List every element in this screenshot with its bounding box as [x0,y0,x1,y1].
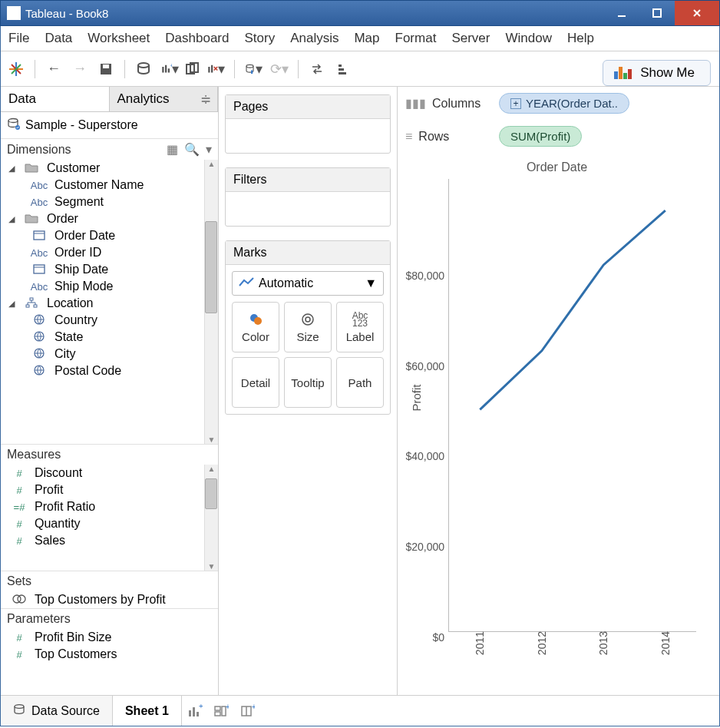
line-icon [239,276,254,290]
menu-dashboard[interactable]: Dashboard [165,31,229,46]
mark-label-button[interactable]: Abc123 Label [336,302,384,352]
rows-shelf[interactable]: ≡ Rows SUM(Profit) [398,120,719,153]
maximize-button[interactable] [639,1,675,25]
measure-field[interactable]: #Profit [1,481,218,498]
menu-help[interactable]: Help [567,31,594,46]
mark-detail-button[interactable]: Detail [232,357,279,408]
section-measures: Measures [1,444,218,465]
chart-plot[interactable]: $0$20,000$40,000$60,000$80,0002011201220… [448,179,696,632]
dimension-field[interactable]: City [1,346,218,362]
measure-field[interactable]: =#Profit Ratio [1,498,218,515]
new-story-tab-icon[interactable]: + [234,696,260,726]
dimension-folder[interactable]: ◢Order [1,210,218,227]
datasource-item[interactable]: Sample - Superstore [1,112,218,138]
view-as-icon[interactable]: ▦ [167,142,178,157]
svg-rect-11 [168,68,170,72]
new-worksheet-icon[interactable]: +▾ [160,60,179,78]
save-icon[interactable] [97,60,115,78]
measures-scrollbar[interactable]: ▲ ▼ [204,465,218,571]
columns-pill[interactable]: + YEAR(Order Dat.. [499,93,629,114]
measure-field[interactable]: #Discount [1,465,218,481]
measure-field[interactable]: #Quantity [1,515,218,532]
new-dashboard-tab-icon[interactable]: + [208,696,234,726]
svg-text:+: + [199,704,203,710]
columns-shelf[interactable]: ▮▮▮ Columns + YEAR(Order Dat.. [398,87,719,120]
dimension-field[interactable]: Ship Date [1,261,218,278]
pages-card[interactable]: Pages [225,94,391,154]
clear-sheet-icon[interactable]: ▾ [206,60,225,78]
duplicate-sheet-icon[interactable] [183,60,202,78]
mark-size-button[interactable]: Size [284,302,332,352]
swap-icon[interactable] [308,60,326,78]
measure-field[interactable]: #Sales [1,532,218,549]
caret-icon[interactable]: ◢ [8,299,16,309]
dimension-field[interactable]: AbcCustomer Name [1,177,218,194]
new-worksheet-tab-icon[interactable]: + [182,696,208,726]
dimension-field[interactable]: Country [1,312,218,329]
dimension-folder[interactable]: ◢Customer [1,160,218,177]
refresh-icon[interactable]: ⟳▾ [270,60,289,78]
folder-icon [21,162,42,175]
mark-color-button[interactable]: Color [232,302,279,352]
menu-analysis[interactable]: Analysis [290,31,339,46]
mark-path-button[interactable]: Path [336,357,384,408]
dimensions-scrollbar[interactable]: ▲ ▼ [204,160,218,444]
parameter-item[interactable]: # Top Customers [1,646,218,663]
menu-map[interactable]: Map [354,31,379,46]
caret-icon[interactable]: ◢ [8,214,16,224]
parameter-item[interactable]: # Profit Bin Size [1,629,218,646]
rows-pill[interactable]: SUM(Profit) [499,126,582,147]
back-icon[interactable]: ← [45,60,63,78]
mark-type-dropdown[interactable]: Automatic ▼ [232,271,384,296]
filters-card[interactable]: Filters [225,167,391,227]
menu-data[interactable]: Data [45,31,72,46]
minimize-button[interactable] [604,1,639,25]
menu-story[interactable]: Story [244,31,275,46]
dimension-field[interactable]: Order Date [1,227,218,244]
set-item[interactable]: Top Customers by Profit [1,591,218,608]
dimension-field[interactable]: State [1,329,218,346]
close-button[interactable] [675,1,719,25]
menu-server[interactable]: Server [451,31,490,46]
number-icon: # [8,468,30,479]
dimension-label: Country [54,313,97,327]
caret-icon[interactable]: ◢ [8,164,16,174]
connect-icon[interactable]: ▾ [244,60,263,78]
datasource-icon[interactable] [134,60,153,78]
menu-format[interactable]: Format [395,31,437,46]
dimensions-menu-icon[interactable]: ▾ [206,142,212,157]
set-label: Top Customers by Profit [35,593,166,607]
show-me-button[interactable]: Show Me [603,60,711,86]
search-icon[interactable]: 🔍 [184,142,200,157]
menu-worksheet[interactable]: Worksheet [88,31,150,46]
tab-data[interactable]: Data [1,87,110,111]
dimension-field[interactable]: AbcOrder ID [1,244,218,261]
mark-size-label: Size [296,330,319,343]
sheet-tabs: Data Source Sheet 1 + + + [1,695,719,726]
dimension-field[interactable]: AbcShip Mode [1,278,218,295]
forward-icon[interactable]: → [71,60,89,78]
svg-rect-47 [215,712,220,716]
tab-analytics[interactable]: Analytics ≑ [110,87,219,111]
mark-tooltip-button[interactable]: Tooltip [284,357,332,408]
svg-text:+: + [170,62,172,68]
menu-file[interactable]: File [8,31,29,46]
tab-sheet-1[interactable]: Sheet 1 [113,696,182,726]
dimension-field[interactable]: Postal Code [1,362,218,379]
menu-window[interactable]: Window [505,31,551,46]
analytics-menu-icon[interactable]: ≑ [200,91,211,108]
number-icon: # [8,535,30,547]
scrollbar-thumb[interactable] [205,221,217,313]
tab-data-source[interactable]: Data Source [1,696,113,726]
measures-list: #Discount#Profit=#Profit Ratio#Quantity#… [1,465,218,571]
set-icon [8,594,30,607]
y-tick-label: $80,000 [405,270,449,282]
measure-label: Sales [35,534,65,548]
y-tick-label: $20,000 [405,541,449,553]
dimension-field[interactable]: AbcSegment [1,194,218,210]
dimension-folder[interactable]: ◢Location [1,295,218,312]
dimension-label: Customer Name [54,178,144,192]
scrollbar-thumb[interactable] [205,478,217,509]
tableau-logo-icon[interactable] [7,60,25,78]
sort-asc-icon[interactable] [334,60,352,78]
